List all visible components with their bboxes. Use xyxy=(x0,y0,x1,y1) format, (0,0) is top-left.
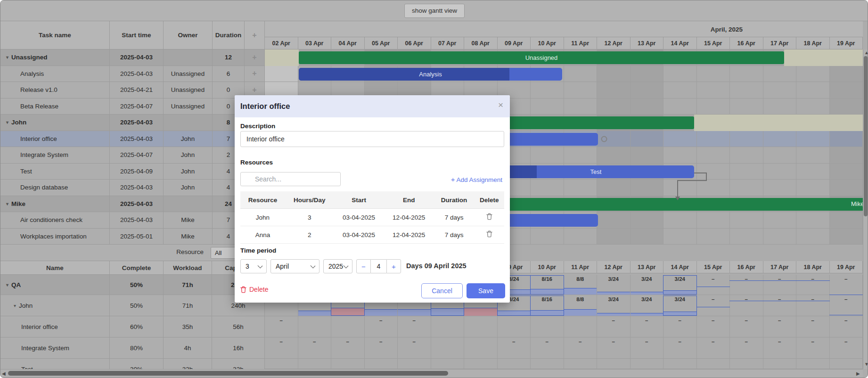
histogram-cell[interactable] xyxy=(498,316,531,337)
histogram-cell[interactable] xyxy=(697,359,730,369)
histogram-cell[interactable]: 8/8 xyxy=(564,295,598,316)
resource-column-header-complete[interactable]: Complete xyxy=(110,261,164,274)
gantt-cell[interactable] xyxy=(697,82,730,98)
histogram-cell[interactable] xyxy=(597,359,631,369)
task-bar[interactable]: Test xyxy=(498,165,694,178)
histogram-cell[interactable] xyxy=(298,316,332,337)
gantt-cell[interactable] xyxy=(697,66,730,82)
gantt-cell[interactable] xyxy=(531,180,564,196)
histogram-cell[interactable] xyxy=(464,359,498,369)
gantt-cell[interactable] xyxy=(730,131,763,147)
month-select[interactable]: April xyxy=(270,259,319,273)
column-header-start-time[interactable]: Start time xyxy=(110,21,164,49)
resource-row[interactable]: Interior office60%35h56h xyxy=(0,316,265,337)
histogram-cell[interactable]: – xyxy=(265,337,298,358)
histogram-cell[interactable]: – xyxy=(298,337,332,358)
add-task-column-header[interactable]: + xyxy=(245,21,265,49)
gantt-cell[interactable] xyxy=(796,131,830,147)
gantt-cell[interactable] xyxy=(730,99,763,115)
histogram-cell[interactable]: – xyxy=(830,275,863,295)
table-row[interactable]: Workplaces importation2025-05-01Mike4+ xyxy=(0,229,265,245)
gantt-cell[interactable] xyxy=(663,82,697,98)
resource-row[interactable]: ▾John50%71h240h xyxy=(0,295,265,316)
resource-column-header-workload[interactable]: Workload xyxy=(164,261,212,274)
histogram-cell[interactable] xyxy=(830,359,863,369)
histogram-cell[interactable] xyxy=(564,359,598,369)
histogram-cell[interactable]: – xyxy=(597,337,631,358)
histogram-cell[interactable]: – xyxy=(498,337,531,358)
horizontal-scrollbar-thumb[interactable] xyxy=(8,371,448,376)
gantt-cell[interactable] xyxy=(597,229,631,245)
histogram-cell[interactable]: 8/16 xyxy=(531,295,564,316)
minus-button[interactable]: − xyxy=(356,259,371,273)
column-header-task-name[interactable]: Task name xyxy=(0,21,110,49)
histogram-cell[interactable] xyxy=(498,359,531,369)
gantt-cell[interactable] xyxy=(796,82,830,98)
show-gantt-view-button[interactable]: show gantt view xyxy=(404,4,465,18)
table-row[interactable]: Design database2025-04-03John4+ xyxy=(0,180,265,196)
histogram-cell[interactable] xyxy=(730,359,763,369)
save-button[interactable]: Save xyxy=(467,283,505,298)
gantt-cell[interactable] xyxy=(631,229,664,245)
gantt-cell[interactable] xyxy=(597,99,631,115)
gantt-cell[interactable] xyxy=(830,212,863,228)
gantt-cell[interactable] xyxy=(796,229,830,245)
gantt-cell[interactable] xyxy=(697,164,730,180)
histogram-cell[interactable]: – xyxy=(597,316,631,337)
close-icon[interactable]: × xyxy=(498,100,503,109)
add-subtask-button[interactable]: + xyxy=(245,49,265,66)
delete-task-button[interactable]: Delete xyxy=(240,286,268,293)
histogram-cell[interactable]: – xyxy=(564,337,598,358)
vertical-scrollbar-thumb[interactable] xyxy=(864,56,868,216)
duration-stepper-value[interactable]: 4 xyxy=(371,259,386,273)
table-row[interactable]: Test2025-04-09John4+ xyxy=(0,164,265,180)
gantt-cell[interactable] xyxy=(663,66,697,82)
column-header-owner[interactable]: Owner xyxy=(164,21,213,49)
gantt-cell[interactable] xyxy=(631,131,664,147)
gantt-cell[interactable] xyxy=(763,82,797,98)
gantt-cell[interactable] xyxy=(663,212,697,228)
gantt-cell[interactable] xyxy=(697,99,730,115)
histogram-cell[interactable]: – xyxy=(796,316,830,337)
summary-bar[interactable]: Unassigned xyxy=(299,51,784,64)
task-bar[interactable]: Analysis xyxy=(299,68,562,81)
gantt-cell[interactable] xyxy=(564,180,598,196)
histogram-cell[interactable]: – xyxy=(763,316,797,337)
gantt-cell[interactable] xyxy=(830,147,863,163)
histogram-cell[interactable]: – xyxy=(663,337,697,358)
resource-row[interactable]: Test30%32h32h xyxy=(0,359,265,369)
histogram-cell[interactable]: – xyxy=(398,337,431,358)
gantt-cell[interactable] xyxy=(730,82,763,98)
gantt-cell[interactable] xyxy=(265,66,298,82)
histogram-cell[interactable] xyxy=(265,359,298,369)
table-row[interactable]: ▾Unassigned2025-04-0312+ xyxy=(0,49,265,66)
gantt-cell[interactable] xyxy=(730,147,763,163)
gantt-cell[interactable] xyxy=(597,180,631,196)
histogram-cell[interactable]: – xyxy=(265,316,298,337)
histogram-cell[interactable]: – xyxy=(830,316,863,337)
year-select[interactable]: 2025 xyxy=(323,259,352,273)
cancel-button[interactable]: Cancel xyxy=(421,283,463,298)
histogram-cell[interactable]: 8/16 xyxy=(531,275,564,295)
gantt-cell[interactable] xyxy=(830,164,863,180)
scroll-down-icon[interactable]: ▼ xyxy=(864,362,868,367)
histogram-cell[interactable] xyxy=(464,316,498,337)
histogram-cell[interactable]: – xyxy=(830,295,863,316)
histogram-cell[interactable] xyxy=(564,316,598,337)
gantt-cell[interactable] xyxy=(730,229,763,245)
gantt-cell[interactable] xyxy=(631,147,664,163)
gantt-cell[interactable] xyxy=(531,147,564,163)
gantt-cell[interactable] xyxy=(697,180,730,196)
histogram-cell[interactable]: – xyxy=(830,337,863,358)
histogram-cell[interactable] xyxy=(298,359,332,369)
histogram-cell[interactable]: – xyxy=(663,316,697,337)
gantt-cell[interactable] xyxy=(531,229,564,245)
gantt-cell[interactable] xyxy=(697,229,730,245)
gantt-cell[interactable] xyxy=(763,212,797,228)
resource-row[interactable]: Integrate System80%4h16h xyxy=(0,337,265,359)
day-select[interactable]: 3 xyxy=(240,259,267,273)
histogram-cell[interactable]: – xyxy=(697,337,730,358)
gantt-cell[interactable] xyxy=(763,66,797,82)
histogram-cell[interactable] xyxy=(663,359,697,369)
gantt-cell[interactable] xyxy=(763,147,797,163)
